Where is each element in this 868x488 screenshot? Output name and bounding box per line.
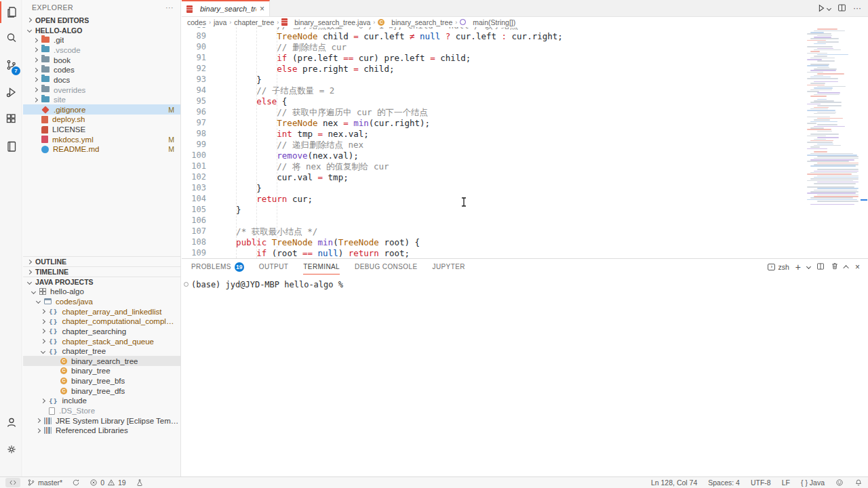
line-number: 89 [182, 31, 216, 42]
explorer-item-overrides[interactable]: overrides [23, 85, 180, 95]
statusbar-bell[interactable] [854, 479, 863, 487]
minimap[interactable] [807, 27, 860, 258]
java-tree-item-binary-tree-dfs[interactable]: Cbinary_tree_dfs [23, 386, 180, 396]
terminal[interactable]: (base) jyd@JYD-MBP hello-algo % [182, 274, 868, 289]
breadcrumb-separator: › [229, 19, 231, 26]
explorer-item-site[interactable]: site [23, 95, 180, 105]
error-count: 0 [100, 479, 104, 487]
close-icon[interactable]: × [260, 5, 264, 13]
new-terminal-button[interactable]: + [795, 262, 801, 272]
explorer-item--gitignore[interactable]: .gitignoreM [23, 104, 180, 115]
java-tree-item-binary-tree-bfs[interactable]: Cbinary_tree_bfs [23, 376, 180, 386]
breadcrumb-item-java[interactable]: java [214, 18, 226, 26]
notebook-icon [5, 140, 18, 153]
activitybar-item-run-debug[interactable] [0, 79, 22, 106]
java-tree-item-binary-search-tree[interactable]: Cbinary_search_tree [23, 356, 180, 366]
minimap-line [817, 105, 842, 106]
java-tree-item-binary-tree[interactable]: Cbinary_tree [23, 366, 180, 376]
java-tree-item-codes-java[interactable]: codes/java [23, 297, 180, 307]
explorer-item-license[interactable]: LICENSE [23, 125, 180, 135]
statusbar-beaker[interactable] [136, 479, 144, 487]
open-editors-section[interactable]: OPEN EDITORS [23, 15, 180, 25]
activitybar-item-search[interactable] [0, 24, 22, 52]
statusbar-branch[interactable]: master* [27, 479, 62, 487]
statusbar--java[interactable]: { } Java [801, 479, 825, 487]
chevron-right-icon [33, 87, 38, 92]
run-debug-icon [5, 85, 18, 99]
root-folder-section[interactable]: HELLO-ALGO [23, 25, 180, 35]
breadcrumb-item-binary-search-tree[interactable]: Cbinary_search_tree [378, 18, 452, 26]
explorer-item-readme-md[interactable]: README.mdM [23, 144, 180, 155]
panel-tab-output[interactable]: OUTPUT [259, 259, 289, 274]
outline-section[interactable]: OUTLINE [23, 256, 180, 266]
explorer-item-mkdocs-yml[interactable]: mkdocs.ymlM [23, 134, 180, 144]
minimap-line [810, 64, 829, 65]
java-tree-item-chapter-array-and-linkedlist[interactable]: {}chapter_array_and_linkedlist [23, 306, 180, 317]
kill-terminal-button[interactable] [831, 262, 839, 272]
split-editor-button[interactable] [837, 3, 846, 14]
line-number: 100 [182, 150, 216, 161]
explorer-item-book[interactable]: book [23, 55, 180, 65]
java-projects-section[interactable]: JAVA PROJECTS [23, 277, 180, 287]
activitybar-item-source-control[interactable]: 7 [0, 52, 22, 79]
remote-icon [9, 479, 17, 487]
panel-tab-debug-console[interactable]: DEBUG CONSOLE [355, 259, 417, 274]
activitybar-item-extensions[interactable] [0, 106, 22, 133]
code-editor[interactable]: 88 // 当子结点数量 = 0 / 1 时, child = null / 该… [182, 27, 807, 258]
more-actions-button[interactable]: ··· [853, 3, 861, 13]
statusbar-sync[interactable] [72, 479, 80, 487]
explorer-item-codes[interactable]: codes [23, 65, 180, 75]
breadcrumb-item-codes[interactable]: codes [187, 18, 206, 26]
panel-tab-problems[interactable]: PROBLEMS19 [191, 259, 244, 274]
activitybar-item-notebook[interactable] [0, 133, 22, 160]
panel-tab-jupyter[interactable]: JUPYTER [433, 259, 465, 274]
statusbar-lf[interactable]: LF [782, 479, 790, 487]
close-panel-icon[interactable]: × [855, 262, 860, 272]
timeline-section[interactable]: TIMELINE [23, 266, 180, 277]
statusbar-spaces-4[interactable]: Spaces: 4 [708, 479, 740, 487]
terminal-picker[interactable]: ›zsh [768, 263, 789, 271]
statusbar-utf-8[interactable]: UTF-8 [751, 479, 771, 487]
java-tree-item-chapter-stack-and-queue[interactable]: {}chapter_stack_and_queue [23, 336, 180, 346]
explorer-item-docs[interactable]: docs [23, 75, 180, 85]
item-label: mkdocs.yml [52, 136, 94, 144]
terminal-dropdown-icon[interactable] [806, 264, 811, 269]
code-text: else pre.right = child; [216, 64, 394, 75]
breadcrumb-separator: › [209, 19, 211, 26]
activitybar-item-settings[interactable] [0, 436, 22, 463]
split-terminal-button[interactable] [816, 262, 825, 272]
activitybar-item-explorer[interactable] [0, 0, 22, 24]
statusbar-feedback[interactable] [835, 479, 844, 487]
statusbar-remote[interactable] [5, 478, 20, 487]
explorer-item--vscode[interactable]: .vscode [23, 45, 180, 56]
code-text: TreeNode child = cur.left ≠ null ? cur.l… [216, 31, 563, 42]
java-tree-item-referenced-libraries[interactable]: Referenced Libraries [23, 426, 180, 436]
breadcrumb-item-chapter-tree[interactable]: chapter_tree [234, 18, 274, 26]
java-tree-item-chapter-tree[interactable]: {}chapter_tree [23, 346, 180, 357]
java-tree-item-jre-system-library-eclipse-temurin-17-17-[interactable]: JRE System Library [Eclipse Temurin 17 [… [23, 415, 180, 426]
run-button[interactable] [816, 3, 831, 13]
explorer-item--git[interactable]: .git [23, 35, 180, 45]
activitybar-item-account[interactable] [0, 409, 22, 436]
minimap-line [810, 32, 824, 33]
java-tree-item-chapter-searching[interactable]: {}chapter_searching [23, 327, 180, 337]
breadcrumb-item-binary-search-tree-java[interactable]: binary_search_tree.java [281, 18, 370, 26]
overview-ruler[interactable] [860, 17, 868, 258]
line-number: 96 [182, 107, 216, 118]
java-tree-item--ds-store[interactable]: .DS_Store [23, 406, 180, 416]
search-icon [5, 31, 18, 45]
java-tree-item-include[interactable]: {}include [23, 396, 180, 406]
java-tree-item-chapter-computational-complexity[interactable]: {}chapter_computational_complexity [23, 317, 180, 327]
panel-tab-terminal[interactable]: TERMINAL [303, 259, 340, 274]
maximize-panel-icon[interactable] [843, 265, 848, 270]
explorer-item-deploy-sh[interactable]: deploy.sh [23, 115, 180, 125]
indent-spacer [41, 408, 45, 413]
breadcrumb-item-main-string-[interactable]: main(String[]) [460, 18, 515, 26]
statusbar-ln-128-col-74[interactable]: Ln 128, Col 74 [651, 479, 697, 487]
statusbar-errors-warnings[interactable]: 019 [90, 479, 126, 487]
sidebar-more-icon[interactable]: ··· [165, 3, 174, 12]
minimap-line [810, 134, 839, 135]
tab-binary-search-tree[interactable]: binary_search_tree.java × [182, 0, 270, 16]
yml-icon [41, 136, 48, 143]
java-tree-item-hello-algo[interactable]: hello-algo [23, 287, 180, 297]
